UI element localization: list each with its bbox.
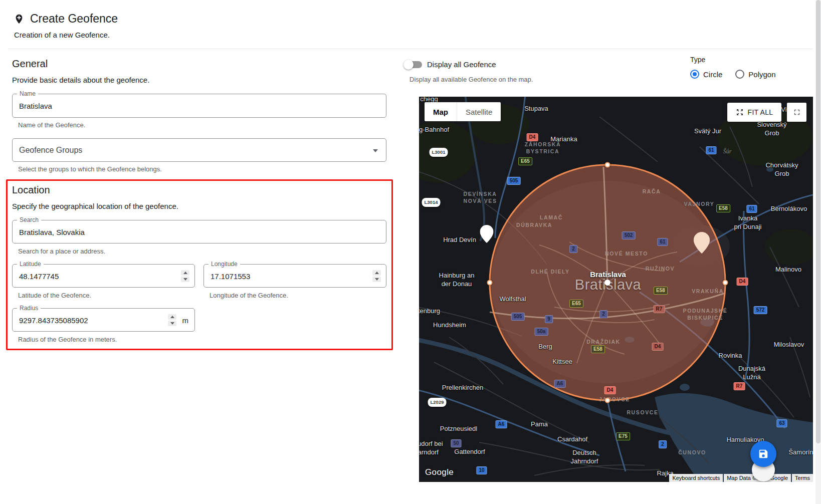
terms-link[interactable]: Terms — [792, 474, 813, 482]
stepper-up-icon[interactable] — [372, 270, 381, 276]
road-badge: E58 — [716, 204, 730, 212]
latitude-stepper[interactable] — [181, 270, 189, 282]
radio-polygon[interactable] — [735, 70, 744, 79]
map-label: Malinovo — [775, 266, 801, 274]
latitude-field-value: 48.1477745 — [19, 272, 59, 280]
display-toggle-label: Display all Geofence — [427, 60, 496, 69]
vertical-scrollbar[interactable] — [815, 0, 821, 504]
header-divider — [8, 49, 813, 49]
map-label: VAJNORY — [684, 201, 715, 208]
search-input[interactable]: Search Bratislava, Slovakia — [12, 220, 386, 243]
map-label: ZÁHORSKÁ BYSTRICA — [525, 141, 561, 155]
road-badge: E58 — [654, 287, 668, 295]
geofence-groups-hint: Select the groups to which the Geofence … — [18, 165, 162, 173]
radius-field-label: Radius — [17, 305, 41, 312]
chevron-down-icon — [373, 149, 378, 152]
map-label: Wolfsthal — [499, 295, 526, 304]
map-label: Deutsch Jahrndorf — [571, 449, 598, 466]
stepper-down-icon[interactable] — [168, 321, 176, 326]
circle-handle-center[interactable] — [604, 280, 610, 286]
location-section-highlight: Location Specify the geographical locati… — [6, 179, 393, 350]
map-label: VRAKUŇA — [692, 288, 724, 295]
map-attribution: Keyboard shortcuts Map Data ©2026 Google… — [669, 474, 813, 482]
scrollbar-thumb[interactable] — [816, 0, 820, 443]
radius-unit-label: m — [182, 316, 189, 324]
save-geofence-fab[interactable] — [750, 441, 776, 467]
road-badge: 505 — [507, 177, 521, 185]
name-field-label: Name — [17, 90, 38, 97]
map-label: RUSOVCE — [627, 409, 658, 416]
name-field-value: Bratislava — [19, 102, 52, 110]
road-badge: 2 — [599, 310, 607, 318]
road-badge: 9 — [545, 315, 553, 323]
map-label: Hundsheim — [433, 321, 466, 330]
circle-handle-south[interactable] — [605, 398, 610, 403]
road-badge: A6 — [554, 380, 566, 388]
road-badge: 61 — [706, 146, 716, 154]
map-label: DEVÍNSKA NOVÁ VES — [463, 191, 497, 204]
general-description: Provide basic details about the geofence… — [12, 76, 149, 84]
road-badge: D4 — [737, 278, 748, 286]
radio-circle[interactable] — [690, 70, 699, 79]
road-badge: R7 — [654, 305, 665, 313]
map-label: DÚBRAVKA — [516, 222, 552, 229]
road-badge: 61 — [657, 238, 668, 246]
stepper-up-icon[interactable] — [168, 314, 176, 320]
map-label: ČUNOVO — [678, 449, 706, 456]
stepper-down-icon[interactable] — [181, 277, 189, 282]
road-badge: 10 — [476, 466, 487, 474]
place-marker[interactable] — [694, 232, 710, 256]
road-badge: 572 — [754, 306, 767, 314]
longitude-field-hint: Longitude of the Geofence. — [210, 292, 288, 299]
name-field[interactable]: Name Bratislava — [12, 94, 386, 118]
road-badge: R7 — [734, 382, 745, 390]
map-label: Potzneusiedl — [440, 425, 477, 433]
radius-stepper[interactable] — [168, 314, 176, 326]
circle-handle-north[interactable] — [605, 162, 610, 168]
map-label: JAROVCE — [599, 396, 630, 403]
page-title: Create Geofence — [30, 12, 118, 26]
map-type-satellite-button[interactable]: Satellite — [457, 102, 501, 121]
save-floppy-icon — [758, 448, 769, 459]
longitude-stepper[interactable] — [372, 270, 381, 282]
map-type-control: Map Satellite — [425, 102, 501, 121]
keyboard-shortcuts-link[interactable]: Keyboard shortcuts — [669, 474, 723, 482]
road-badge: 2 — [569, 245, 577, 253]
toggle-thumb — [403, 60, 414, 70]
road-badge: 505 — [511, 313, 525, 321]
radius-field-value: 9297.843735085902 — [19, 316, 88, 324]
map-label: Hainburg an der Donau — [439, 272, 475, 289]
geofence-groups-select[interactable]: Geofence Groups — [12, 138, 386, 162]
radio-circle-label: Circle — [703, 70, 722, 79]
fullscreen-button[interactable] — [787, 103, 806, 122]
map-type-map-button[interactable]: Map — [425, 102, 457, 121]
stepper-up-icon[interactable] — [181, 270, 189, 276]
display-all-geofence-toggle[interactable] — [403, 60, 424, 70]
map-overlay-layer: cheggStupavag-BahnhofViSvätý JurSlovensk… — [419, 97, 813, 482]
stepper-down-icon[interactable] — [372, 277, 381, 282]
road-badge: E65 — [569, 300, 583, 308]
location-description: Specify the geographical location of the… — [12, 202, 178, 210]
circle-handle-east[interactable] — [723, 280, 728, 286]
latitude-field-hint: Latitude of the Geofence. — [18, 292, 91, 299]
map-canvas[interactable]: cheggStupavag-BahnhofViSvätý JurSlovensk… — [419, 97, 813, 482]
map-label: DLHÉ DIELY — [531, 269, 569, 276]
zoom-out-map-icon — [736, 108, 744, 116]
road-badge: E65 — [518, 157, 532, 165]
circle-handle-west[interactable] — [487, 280, 493, 286]
search-field-hint: Search for a place or address. — [18, 247, 105, 255]
latitude-field[interactable]: Latitude 48.1477745 — [12, 264, 195, 288]
location-heading: Location — [12, 184, 50, 196]
poi-marker[interactable] — [480, 225, 494, 245]
map-label: Svätý Jur — [694, 127, 721, 136]
fit-all-button[interactable]: FIT ALL — [727, 103, 781, 122]
map-label: Csardahof — [557, 435, 587, 444]
radius-field[interactable]: Radius 9297.843735085902 m — [12, 308, 195, 332]
road-badge: 2 — [659, 440, 667, 448]
map-label: tenburg — [419, 307, 440, 316]
map-label: Miloslavov — [774, 341, 804, 349]
longitude-field[interactable]: Longitude 17.1071553 — [203, 264, 386, 288]
map-label: PODUNAJSKÉ BISKUPICE — [683, 308, 728, 321]
map-label: Chorvátsky Grob — [765, 161, 798, 178]
radio-polygon-label: Polygon — [748, 70, 775, 79]
